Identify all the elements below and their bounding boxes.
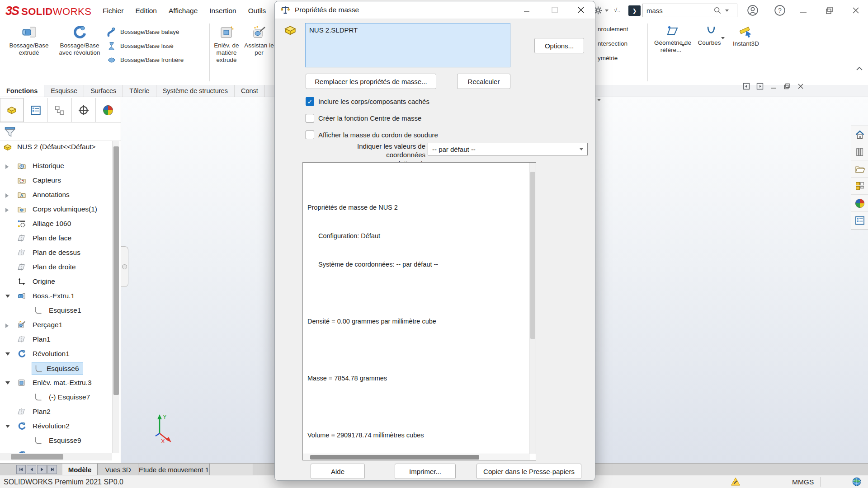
tree-item-esquisse7[interactable]: (-) Esquisse7 [0, 390, 112, 405]
ribbon-collapse-chevron-icon[interactable] [856, 66, 863, 71]
settings-dropdown-arrow[interactable] [605, 9, 609, 12]
tab-construction[interactable]: Const [235, 85, 265, 97]
status-units-label[interactable]: MMGS [792, 478, 814, 486]
document-list-box[interactable]: NUS 2.SLDPRT [305, 23, 510, 67]
copy-to-clipboard-button[interactable]: Copier dans le Presse-papiers [476, 464, 581, 479]
tree-item-capteurs[interactable]: Capteurs [0, 174, 112, 188]
tree-item-plan1[interactable]: Plan1 [0, 333, 112, 347]
dialog-maximize-button[interactable] [545, 1, 564, 19]
results-vscroll-thumb[interactable] [530, 172, 535, 339]
tree-item-esquisse9[interactable]: Esquisse9 [0, 434, 112, 448]
ribbon-boundary-boss-button[interactable]: Bossage/Base frontière [106, 53, 208, 67]
tree-horizontal-scrollbar[interactable] [0, 453, 112, 460]
configurationmanager-tab[interactable] [48, 98, 72, 122]
curves-dropdown-arrow[interactable] [721, 37, 725, 46]
taskpane-appearances-icon[interactable] [851, 195, 868, 212]
menu-affichage[interactable]: Affichage [163, 7, 203, 15]
headsup-dropdown-arrow[interactable] [597, 99, 601, 101]
results-vertical-scrollbar[interactable] [529, 163, 536, 454]
help-button[interactable]: Aide [311, 464, 365, 479]
tab-nav-last-button[interactable] [47, 465, 57, 474]
doc-tab-modele[interactable]: Modèle [62, 464, 98, 475]
doc-restore-button[interactable] [783, 83, 791, 90]
tab-esquisse[interactable]: Esquisse [44, 85, 84, 97]
panel-splitter-handle[interactable] [121, 246, 128, 287]
split-pane-right-icon[interactable] [756, 83, 764, 90]
taskpane-resources-icon[interactable] [851, 143, 868, 160]
tree-item-boss-extru1[interactable]: Boss.-Extru.1 [0, 289, 112, 304]
taskpane-home-icon[interactable] [851, 126, 868, 143]
ribbon-extruded-cut-button[interactable]: Enlèv. de matière extrudé [212, 25, 241, 64]
tree-item-origine[interactable]: Origine [0, 275, 112, 289]
split-pane-left-icon[interactable] [743, 83, 750, 90]
options-button[interactable]: Options... [534, 38, 584, 53]
window-restore-button[interactable] [825, 5, 835, 15]
tab-nav-next-button[interactable] [37, 465, 47, 474]
coordinate-system-dropdown[interactable]: -- par défaut -- [428, 143, 588, 155]
ribbon-revolved-boss-button[interactable]: Bossage/Base avec révolution [55, 25, 104, 56]
results-hscroll-thumb[interactable] [310, 455, 479, 460]
tree-item-plan-de-droite[interactable]: Plan de droite [0, 260, 112, 275]
menu-fichier[interactable]: Fichier [97, 7, 130, 15]
doc-tab-etude-mouvement[interactable]: Etude de mouvement 1 [138, 464, 210, 475]
command-search-icon[interactable]: ❯ [628, 5, 641, 16]
filter-funnel-icon[interactable] [4, 126, 16, 138]
tab-systeme-structures[interactable]: Système de structures [156, 85, 235, 97]
dialog-close-button[interactable] [571, 1, 590, 19]
tree-item-plan-de-face[interactable]: Plan de face [0, 231, 112, 246]
reference-geometry-dropdown-arrow[interactable] [681, 44, 685, 53]
doc-minimize-button[interactable] [770, 83, 777, 90]
doc-tab-vues-3d[interactable]: Vues 3D [98, 464, 138, 475]
window-close-button[interactable] [851, 5, 861, 15]
collapse-arrow-icon[interactable] [5, 425, 10, 428]
search-icon[interactable] [713, 6, 722, 14]
recalculate-button[interactable]: Recalculer [457, 74, 510, 89]
dialog-minimize-button[interactable] [517, 1, 536, 19]
menu-insertion[interactable]: Insertion [203, 7, 242, 15]
tree-item-revolution1[interactable]: Révolution1 [0, 347, 112, 361]
ribbon-curves-button[interactable]: Courbes [696, 25, 726, 47]
taskpane-design-library-icon[interactable] [851, 178, 868, 195]
dimxpertmanager-tab[interactable] [72, 98, 96, 122]
tree-item-revolution2[interactable]: Révolution2 [0, 419, 112, 434]
tab-tolerie[interactable]: Tôlerie [123, 85, 156, 97]
window-minimize-button[interactable] [798, 5, 808, 15]
taskpane-file-explorer-icon[interactable] [851, 160, 868, 178]
tab-nav-first-button[interactable] [16, 465, 26, 474]
tree-item-enlev-mat-extru3[interactable]: Enlèv. mat.-Extru.3 [0, 376, 112, 390]
tree-item-root[interactable]: NUS 2 (Défaut<<Défaut> [0, 141, 112, 155]
expand-arrow-icon[interactable] [5, 324, 9, 328]
expand-arrow-icon[interactable] [5, 193, 9, 198]
displaymanager-tab[interactable] [96, 98, 120, 122]
collapse-arrow-icon[interactable] [5, 295, 10, 298]
ribbon-wrap-label-clipped[interactable]: nroulement [598, 26, 628, 33]
propertymanager-tab[interactable] [24, 98, 48, 122]
menu-outils[interactable]: Outils [242, 7, 272, 15]
checkbox-box[interactable] [306, 114, 314, 122]
search-dropdown-arrow[interactable] [725, 9, 729, 12]
include-hidden-bodies-checkbox[interactable]: Inclure les corps/composants cachés [306, 97, 429, 106]
ribbon-swept-boss-button[interactable]: Bossage/Base balayé [106, 25, 208, 39]
expand-arrow-icon[interactable] [5, 164, 9, 169]
menu-edition[interactable]: Edition [130, 7, 163, 15]
featuremanager-tree-tab[interactable] [0, 98, 24, 122]
ribbon-extruded-boss-button[interactable]: Bossage/Base extrudé [4, 25, 54, 56]
tree-vertical-scrollbar[interactable] [112, 141, 119, 453]
expand-arrow-icon[interactable] [5, 208, 9, 212]
taskpane-custom-properties-icon[interactable] [851, 212, 868, 229]
tree-item-historique[interactable]: Historique [0, 159, 112, 174]
create-center-of-mass-checkbox[interactable]: Créer la fonction Centre de masse [306, 114, 421, 122]
show-weld-bead-mass-checkbox[interactable]: Afficher la masse du cordon de soudure [306, 131, 438, 139]
ribbon-intersect-label-clipped[interactable]: ntersection [598, 40, 627, 47]
help-icon[interactable] [774, 5, 786, 16]
globe-status-icon[interactable] [852, 477, 862, 487]
tree-item-corps-volumiques[interactable]: Corps volumiques(1) [0, 202, 112, 217]
doc-close-button[interactable] [797, 83, 804, 90]
collapse-arrow-icon[interactable] [5, 381, 10, 385]
ribbon-mirror-label-clipped[interactable]: ymétrie [598, 55, 618, 61]
tree-item-esquisse6[interactable]: Esquisse6 [0, 361, 112, 376]
ribbon-hole-wizard-button[interactable]: Assistan le per [243, 25, 275, 56]
mass-properties-results[interactable]: Propriétés de masse de NUS 2 Configurati… [302, 162, 536, 460]
ribbon-instant3d-button[interactable]: Instant3D [727, 25, 765, 47]
tree-item-plan-de-dessus[interactable]: Plan de dessus [0, 246, 112, 260]
